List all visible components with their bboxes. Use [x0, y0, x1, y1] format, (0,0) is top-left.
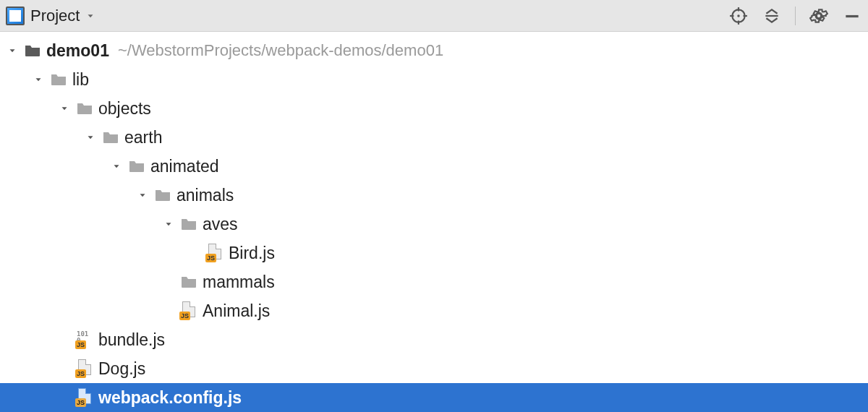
svg-rect-8 [846, 14, 858, 17]
bundle-file-icon: 101 0 JS [75, 330, 94, 349]
file-label: webpack.config.js [98, 388, 242, 408]
expand-toggle-icon[interactable] [56, 100, 72, 116]
project-tool-window-icon [6, 7, 25, 25]
expand-toggle-icon[interactable] [82, 129, 98, 145]
collapse-all-icon[interactable] [762, 6, 782, 26]
tree-row-folder-lib[interactable]: lib [0, 65, 868, 94]
tree-row-file-bird[interactable]: JS Bird.js [0, 239, 868, 267]
folder-icon [127, 157, 146, 176]
settings-gear-icon[interactable] [809, 6, 829, 26]
folder-label: aves [203, 215, 238, 234]
hide-panel-icon[interactable] [842, 6, 862, 26]
expand-toggle-icon[interactable] [4, 43, 20, 59]
js-file-icon: JS [75, 359, 94, 378]
project-tree[interactable]: demo01 ~/WebstormProjects/webpack-demos/… [0, 32, 868, 412]
tree-row-folder-earth[interactable]: earth [0, 123, 868, 152]
folder-label: objects [98, 99, 151, 119]
tree-row-folder-animated[interactable]: animated [0, 152, 868, 181]
svg-point-7 [817, 13, 822, 18]
module-folder-icon [23, 41, 42, 60]
expand-toggle-icon[interactable] [30, 72, 46, 87]
tree-row-file-dog[interactable]: JS Dog.js [0, 354, 868, 383]
js-file-icon: JS [205, 244, 224, 262]
tree-row-file-webpack-config[interactable]: JS webpack.config.js [0, 383, 868, 412]
project-root-label: demo01 [46, 41, 109, 61]
folder-label: lib [72, 70, 89, 90]
tree-row-folder-mammals[interactable]: mammals [0, 267, 868, 296]
folder-icon [179, 215, 198, 233]
tree-row-file-animal[interactable]: JS Animal.js [0, 296, 868, 325]
folder-label: mammals [203, 272, 275, 292]
folder-label: animals [176, 186, 234, 205]
js-file-icon: JS [75, 388, 94, 407]
project-toolbar: Project [0, 0, 868, 32]
folder-icon [75, 99, 94, 118]
expand-toggle-icon[interactable] [135, 187, 150, 203]
toolbar-divider [795, 7, 796, 25]
svg-point-5 [737, 14, 739, 17]
expand-toggle-icon[interactable] [161, 216, 176, 232]
file-label: bundle.js [98, 330, 165, 350]
project-title[interactable]: Project [30, 7, 80, 25]
tree-row-folder-objects[interactable]: objects [0, 94, 868, 123]
project-root-path: ~/WebstormProjects/webpack-demos/demo01 [118, 41, 443, 60]
js-file-icon: JS [179, 301, 198, 320]
folder-icon [101, 128, 120, 147]
folder-icon [179, 272, 198, 291]
folder-icon [49, 70, 68, 89]
locate-file-icon[interactable] [728, 6, 749, 26]
tree-row-file-bundle[interactable]: 101 0 JS bundle.js [0, 325, 868, 354]
file-label: Animal.js [203, 301, 270, 321]
project-view-dropdown-icon[interactable] [85, 7, 95, 25]
folder-label: animated [150, 157, 219, 176]
tree-row-project-root[interactable]: demo01 ~/WebstormProjects/webpack-demos/… [0, 36, 868, 65]
tree-row-folder-aves[interactable]: aves [0, 210, 868, 239]
folder-icon [153, 186, 172, 205]
file-label: Dog.js [98, 359, 145, 379]
folder-label: earth [124, 128, 162, 147]
file-label: Bird.js [229, 244, 275, 263]
expand-toggle-icon[interactable] [109, 158, 124, 174]
tree-row-folder-animals[interactable]: animals [0, 181, 868, 210]
